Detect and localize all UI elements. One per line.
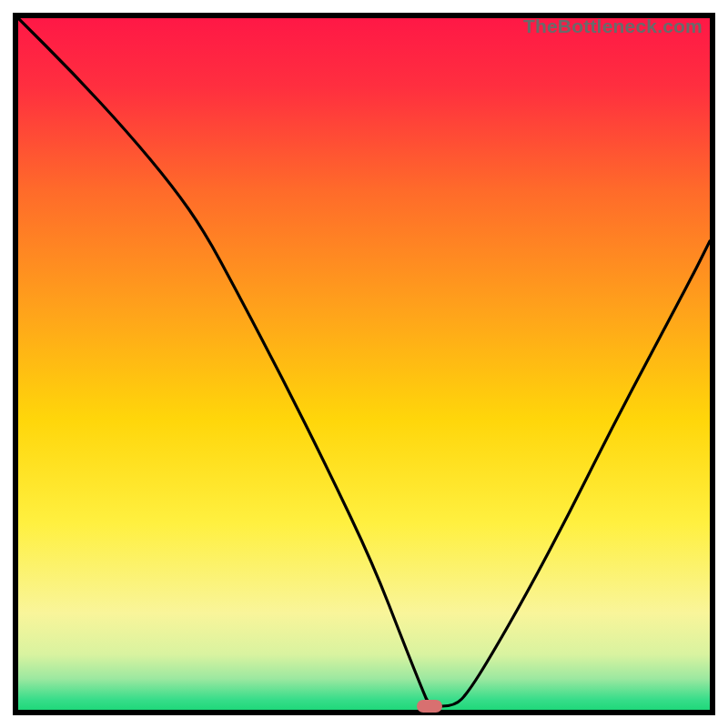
watermark-text: TheBottleneck.com — [523, 15, 703, 37]
gradient-rect — [18, 18, 710, 710]
chart-background — [18, 18, 710, 710]
optimal-marker — [417, 700, 442, 713]
chart-frame: TheBottleneck.com — [13, 13, 715, 715]
